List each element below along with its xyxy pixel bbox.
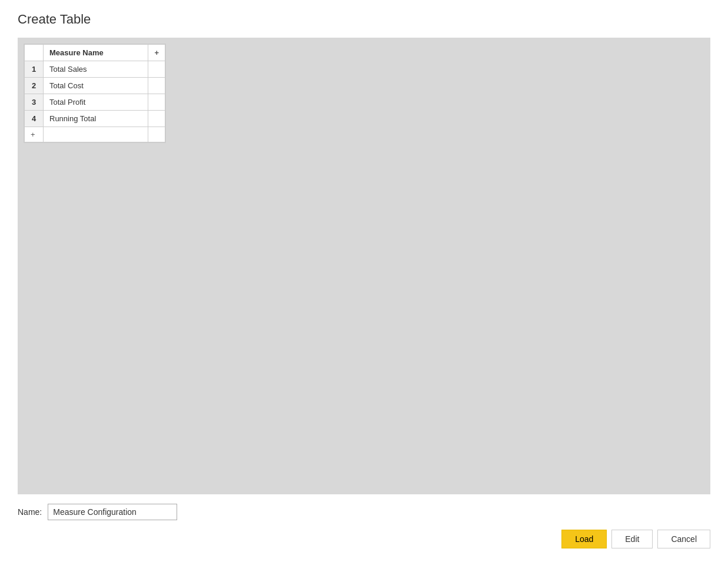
measure-table: Measure Name + 1Total Sales2Total Cost3T… <box>24 44 165 142</box>
row-extra-cell <box>148 61 165 78</box>
table-wrapper: Measure Name + 1Total Sales2Total Cost3T… <box>24 44 166 143</box>
table-row: 4Running Total <box>25 111 165 127</box>
edit-button[interactable]: Edit <box>611 530 653 548</box>
row-number: 3 <box>25 94 44 111</box>
measure-name-cell[interactable]: Running Total <box>44 111 148 127</box>
table-row: 3Total Profit <box>25 94 165 111</box>
row-number: 1 <box>25 61 44 78</box>
col-header-rownum <box>25 45 44 61</box>
measure-name-cell[interactable]: Total Cost <box>44 78 148 94</box>
add-row-extra-cell <box>148 127 165 142</box>
row-extra-cell <box>148 78 165 94</box>
row-extra-cell <box>148 111 165 127</box>
add-row[interactable]: + <box>25 127 165 142</box>
dialog-container: Create Table Measure Name + 1Total Sales… <box>0 0 728 572</box>
measure-name-cell[interactable]: Total Profit <box>44 94 148 111</box>
col-header-measure-name: Measure Name <box>44 45 148 61</box>
name-row: Name: <box>18 504 710 520</box>
measure-name-cell[interactable]: Total Sales <box>44 61 148 78</box>
button-row: Load Edit Cancel <box>18 530 710 554</box>
add-column-button[interactable]: + <box>148 45 165 61</box>
load-button[interactable]: Load <box>561 530 607 548</box>
name-input[interactable] <box>48 504 177 520</box>
table-row: 2Total Cost <box>25 78 165 94</box>
page-title: Create Table <box>18 12 710 27</box>
row-extra-cell <box>148 94 165 111</box>
name-label: Name: <box>18 507 42 517</box>
cancel-button[interactable]: Cancel <box>657 530 710 548</box>
table-row: 1Total Sales <box>25 61 165 78</box>
row-number: 2 <box>25 78 44 94</box>
row-number: 4 <box>25 111 44 127</box>
content-area: Measure Name + 1Total Sales2Total Cost3T… <box>18 38 710 494</box>
add-row-name-cell <box>44 127 148 142</box>
bottom-section: Name: Load Edit Cancel <box>18 494 710 560</box>
add-row-plus[interactable]: + <box>25 127 44 142</box>
